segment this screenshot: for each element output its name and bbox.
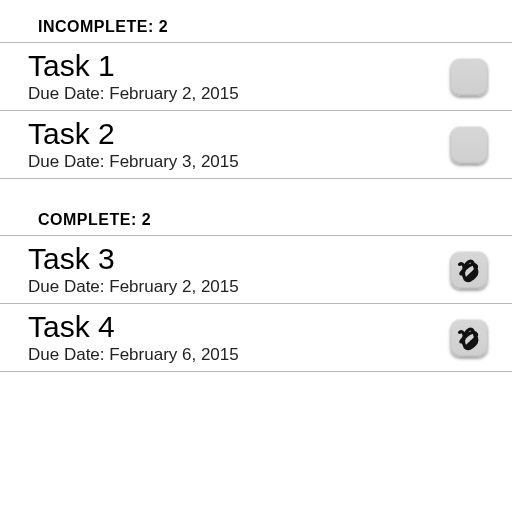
section-header-complete: COMPLETE: 2 [0,207,512,235]
task-row[interactable]: Task 1 Due Date: February 2, 2015 [0,42,512,110]
task-due-date: Due Date: February 2, 2015 [28,277,450,297]
task-checkbox[interactable] [450,58,488,96]
task-row-text: Task 3 Due Date: February 2, 2015 [28,242,450,297]
task-row[interactable]: Task 2 Due Date: February 3, 2015 [0,110,512,179]
section-complete: COMPLETE: 2 Task 3 Due Date: February 2,… [0,207,512,372]
task-title: Task 1 [28,49,450,82]
task-row[interactable]: Task 3 Due Date: February 2, 2015 [0,235,512,303]
section-gap [0,179,512,207]
task-row-text: Task 2 Due Date: February 3, 2015 [28,117,450,172]
section-header-incomplete: INCOMPLETE: 2 [0,14,512,42]
task-list-screen: INCOMPLETE: 2 Task 1 Due Date: February … [0,0,512,372]
task-due-date: Due Date: February 6, 2015 [28,345,450,365]
task-title: Task 2 [28,117,450,150]
task-checkbox[interactable] [450,126,488,164]
task-row-text: Task 4 Due Date: February 6, 2015 [28,310,450,365]
section-incomplete: INCOMPLETE: 2 Task 1 Due Date: February … [0,14,512,179]
check-scribble-icon [454,323,484,353]
task-checkbox[interactable] [450,319,488,357]
task-checkbox[interactable] [450,251,488,289]
task-title: Task 4 [28,310,450,343]
task-title: Task 3 [28,242,450,275]
task-row-text: Task 1 Due Date: February 2, 2015 [28,49,450,104]
task-due-date: Due Date: February 2, 2015 [28,84,450,104]
task-due-date: Due Date: February 3, 2015 [28,152,450,172]
check-scribble-icon [454,255,484,285]
task-row[interactable]: Task 4 Due Date: February 6, 2015 [0,303,512,372]
